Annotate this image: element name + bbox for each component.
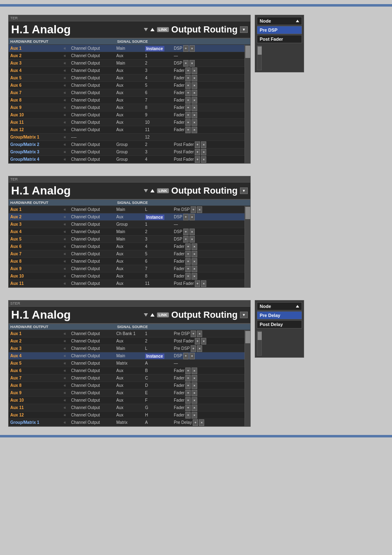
dsp-plus-button[interactable]: + bbox=[195, 280, 200, 287]
chevron-cell[interactable]: « bbox=[64, 274, 71, 278]
chevron-cell[interactable]: « bbox=[64, 252, 71, 256]
dsp-plus-button[interactable]: + bbox=[185, 266, 191, 272]
table-row[interactable]: Aux 5«Channel OutputAux4Fader+× bbox=[9, 74, 244, 82]
scrollbar[interactable] bbox=[244, 206, 250, 287]
table-row[interactable]: Aux 3«Channel OutputMain2DSP+× bbox=[9, 60, 244, 67]
dsp-x-button[interactable]: × bbox=[191, 390, 197, 396]
chevron-cell[interactable]: « bbox=[64, 354, 71, 358]
scrollbar[interactable] bbox=[244, 45, 250, 163]
dsp-x-button[interactable]: × bbox=[191, 405, 197, 411]
chevron-cell[interactable]: « bbox=[64, 53, 71, 58]
dsp-x-button[interactable]: × bbox=[197, 331, 202, 337]
side-panel-scrollbar[interactable] bbox=[257, 46, 262, 70]
dsp-plus-button[interactable]: + bbox=[185, 397, 191, 404]
chevron-cell[interactable]: « bbox=[64, 281, 71, 286]
dsp-x-button[interactable]: × bbox=[191, 382, 197, 389]
link-badge-1[interactable]: LINK bbox=[157, 188, 169, 193]
chevron-cell[interactable]: « bbox=[64, 413, 71, 417]
dsp-x-button[interactable]: × bbox=[191, 266, 197, 272]
dsp-plus-button[interactable]: + bbox=[185, 368, 191, 374]
chevron-cell[interactable]: « bbox=[64, 113, 71, 117]
table-row[interactable]: Aux 6«Channel OutputAux5Fader+× bbox=[9, 82, 244, 89]
scrollbar[interactable] bbox=[244, 330, 250, 426]
dsp-x-button[interactable]: × bbox=[189, 214, 195, 220]
title-up-icon-0[interactable] bbox=[150, 28, 154, 31]
dsp-plus-button[interactable]: + bbox=[191, 345, 196, 352]
table-row[interactable]: Aux 4«Channel OutputMainInstanceDSP+× bbox=[9, 352, 244, 360]
table-row[interactable]: Aux 4«Channel OutputAux3Fader+× bbox=[9, 67, 244, 74]
dsp-plus-button[interactable]: + bbox=[195, 149, 200, 155]
title-dropdown-icon-2[interactable] bbox=[144, 313, 148, 317]
table-row[interactable]: Group/Matrix 1«----12 bbox=[9, 134, 244, 141]
table-row[interactable]: Aux 11«Channel OutputAux10Fader+× bbox=[9, 119, 244, 126]
chevron-cell[interactable]: « bbox=[64, 127, 71, 132]
chevron-cell[interactable]: « bbox=[64, 83, 71, 88]
chevron-cell[interactable]: « bbox=[64, 157, 71, 162]
dsp-plus-button[interactable]: + bbox=[183, 45, 189, 52]
chevron-cell[interactable]: « bbox=[64, 90, 71, 95]
dsp-plus-button[interactable]: + bbox=[185, 82, 191, 89]
dsp-plus-button[interactable]: + bbox=[183, 236, 189, 243]
dsp-plus-button[interactable]: + bbox=[185, 119, 191, 126]
dsp-x-button[interactable]: × bbox=[191, 97, 197, 104]
chevron-cell[interactable]: « bbox=[64, 244, 71, 249]
chevron-cell[interactable]: « bbox=[64, 266, 71, 271]
dsp-plus-button[interactable]: + bbox=[185, 243, 191, 250]
dsp-x-button[interactable]: × bbox=[197, 345, 202, 352]
table-row[interactable]: Aux 2«Channel OutputAux1— bbox=[9, 52, 244, 60]
chevron-cell[interactable]: « bbox=[64, 420, 71, 425]
dsp-plus-button[interactable]: + bbox=[185, 375, 191, 382]
dsp-x-button[interactable]: × bbox=[189, 236, 195, 243]
dsp-x-button[interactable]: × bbox=[191, 258, 197, 265]
dsp-x-button[interactable]: × bbox=[201, 149, 206, 155]
dsp-x-button[interactable]: × bbox=[189, 60, 195, 67]
chevron-cell[interactable]: « bbox=[64, 135, 71, 139]
chevron-cell[interactable]: « bbox=[64, 68, 71, 73]
table-row[interactable]: Aux 9«Channel OutputAuxEFader+× bbox=[9, 389, 244, 397]
dsp-x-button[interactable]: × bbox=[191, 104, 197, 111]
table-row[interactable]: Aux 12«Channel OutputAux11Fader+× bbox=[9, 126, 244, 134]
dsp-x-button[interactable]: × bbox=[189, 353, 195, 359]
title-dropdown-icon-1[interactable] bbox=[144, 189, 148, 192]
dsp-plus-button[interactable]: + bbox=[195, 338, 200, 345]
dsp-plus-button[interactable]: + bbox=[185, 90, 191, 96]
dsp-plus-button[interactable]: + bbox=[183, 229, 189, 235]
scroll-up-icon[interactable] bbox=[296, 20, 299, 22]
dsp-x-button[interactable]: × bbox=[191, 127, 197, 133]
chevron-cell[interactable]: « bbox=[64, 229, 71, 234]
table-row[interactable]: Group/Matrix 4«Channel OutputGroup4Post … bbox=[9, 156, 244, 163]
table-row[interactable]: Aux 2«Channel OutputAuxInstanceDSP+× bbox=[9, 213, 244, 221]
table-row[interactable]: Aux 5«Channel OutputMatrixA— bbox=[9, 360, 244, 367]
chevron-cell[interactable]: « bbox=[64, 76, 71, 80]
dsp-plus-button[interactable]: + bbox=[185, 75, 191, 81]
table-row[interactable]: Aux 9«Channel OutputAux7Fader+× bbox=[9, 265, 244, 273]
dsp-plus-button[interactable]: + bbox=[195, 156, 200, 163]
dsp-plus-button[interactable]: + bbox=[185, 127, 191, 133]
table-row[interactable]: Aux 8«Channel OutputAux6Fader+× bbox=[9, 258, 244, 265]
table-row[interactable]: Aux 7«Channel OutputAux6Fader+× bbox=[9, 89, 244, 97]
table-row[interactable]: Aux 3«Channel OutputGroup1— bbox=[9, 221, 244, 228]
dsp-plus-button[interactable]: + bbox=[183, 60, 189, 67]
table-row[interactable]: Aux 10«Channel OutputAuxFFader+× bbox=[9, 397, 244, 404]
table-row[interactable]: Group/Matrix 2«Channel OutputGroup2Post … bbox=[9, 141, 244, 148]
side-panel-item-2[interactable]: Post Fader bbox=[257, 35, 302, 43]
table-row[interactable]: Aux 3«Channel OutputMainLPre DSP+× bbox=[9, 345, 244, 352]
table-row[interactable]: Aux 10«Channel OutputAux8Fader+× bbox=[9, 273, 244, 280]
dsp-plus-button[interactable]: + bbox=[195, 141, 200, 148]
chevron-cell[interactable]: « bbox=[64, 339, 71, 343]
chevron-cell[interactable]: « bbox=[64, 376, 71, 380]
dsp-x-button[interactable]: × bbox=[201, 141, 206, 148]
dsp-x-button[interactable]: × bbox=[191, 119, 197, 126]
chevron-cell[interactable]: « bbox=[64, 346, 71, 351]
dsp-plus-button[interactable]: + bbox=[185, 104, 191, 111]
dsp-x-button[interactable]: × bbox=[201, 156, 206, 163]
chevron-cell[interactable]: « bbox=[64, 46, 71, 51]
title-up-icon-2[interactable] bbox=[150, 313, 154, 317]
routing-dropdown-arrow-0[interactable]: ▼ bbox=[240, 26, 248, 33]
chevron-cell[interactable]: « bbox=[64, 368, 71, 373]
title-up-icon-1[interactable] bbox=[150, 189, 154, 192]
dsp-x-button[interactable]: × bbox=[191, 90, 197, 96]
dsp-x-button[interactable]: × bbox=[189, 45, 195, 52]
scroll-up-icon[interactable] bbox=[296, 305, 299, 308]
table-row[interactable]: Aux 10«Channel OutputAux9Fader+× bbox=[9, 111, 244, 119]
